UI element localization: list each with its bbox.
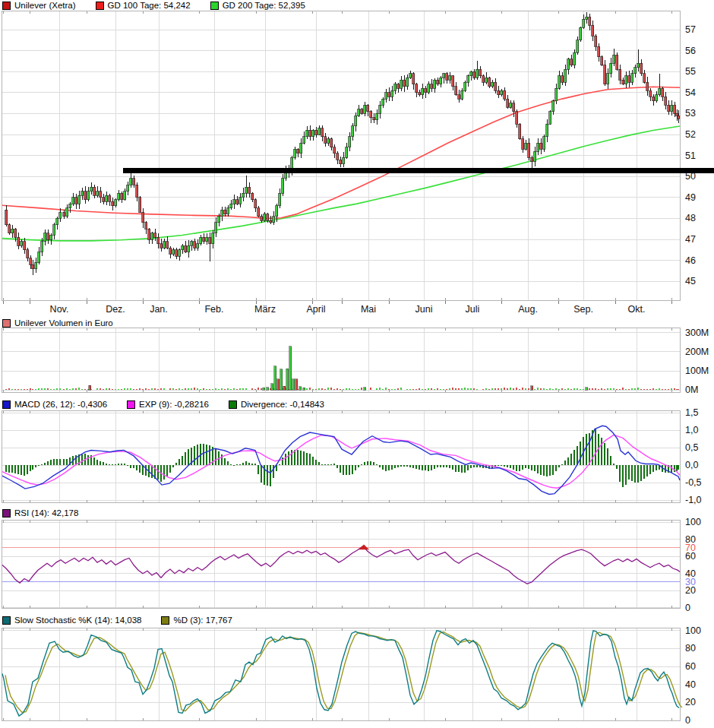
divergence-bar [315, 460, 317, 466]
candle [8, 225, 11, 233]
legend-item-gd200: GD 200 Tage: 52,395 [210, 1, 305, 11]
volume-bar [224, 389, 226, 390]
volume-bar [595, 388, 596, 390]
candle [324, 137, 327, 143]
divergence-bar [652, 465, 654, 471]
legend-item-rsi: RSI (14): 42,178 [2, 508, 78, 518]
volume-bar [178, 388, 180, 390]
candle [103, 198, 105, 202]
volume-bar [59, 388, 61, 390]
candle [458, 95, 460, 100]
divergence-bar [628, 465, 630, 480]
divergence-bar [549, 465, 551, 476]
volume-bar [75, 388, 77, 390]
legend-swatch [2, 400, 11, 409]
volume-bar [96, 388, 98, 390]
candle [583, 19, 585, 27]
candle [127, 185, 129, 191]
volume-bar [318, 388, 320, 390]
divergence-bar [81, 454, 83, 466]
divergence-bar [558, 465, 560, 467]
candle [200, 237, 202, 243]
candle [352, 126, 354, 137]
divergence-bar [30, 465, 31, 471]
candle [309, 130, 311, 136]
candle [513, 103, 515, 112]
volume-bar [63, 389, 65, 391]
volume-bar [209, 389, 210, 390]
divergence-bar [361, 464, 362, 465]
volume-bar [194, 388, 195, 390]
candle [115, 200, 117, 206]
volume-bar [327, 388, 329, 390]
divergence-bar [604, 443, 605, 466]
volume-bar [172, 388, 174, 391]
stochastic-legend: Slow Stochastic %K (14): 14,038 %D (3): … [2, 616, 252, 625]
candle [485, 78, 488, 82]
volume-bar [315, 389, 317, 390]
divergence-bar [409, 465, 411, 467]
candle [84, 191, 87, 200]
y-axis-label: 0 [685, 603, 690, 613]
volume-bar [175, 389, 177, 390]
divergence-bar [610, 456, 611, 465]
candle [163, 242, 166, 248]
candle [525, 143, 527, 149]
candle [312, 130, 314, 136]
candle [245, 187, 248, 193]
volume-bar [233, 388, 235, 390]
y-axis-label: 45 [685, 276, 696, 286]
divergence-bar [169, 465, 171, 473]
volume-bar [537, 388, 539, 390]
candle [175, 250, 178, 256]
divergence-bar [425, 465, 426, 470]
volume-spike [531, 386, 533, 391]
volume-bar [185, 388, 186, 390]
candle [224, 210, 226, 214]
candle [434, 80, 436, 88]
candle [376, 113, 378, 119]
volume-bar [452, 388, 453, 390]
volume-spike [586, 388, 588, 391]
volume-bar [218, 389, 220, 391]
volume-bar [570, 389, 572, 391]
divergence-bar [11, 465, 13, 473]
candle [69, 204, 71, 208]
divergence-bar [300, 451, 302, 466]
candle [206, 237, 208, 242]
volume-bar [555, 388, 557, 390]
candle [616, 55, 618, 69]
y-axis-label: 100M [685, 366, 709, 376]
volume-bar [206, 389, 207, 390]
divergence-bar [100, 461, 101, 466]
candle [136, 185, 138, 198]
candle [139, 198, 141, 212]
candle [35, 262, 37, 268]
divergence-bar [419, 465, 420, 470]
divergence-bar [261, 465, 262, 483]
divergence-bar [388, 465, 390, 470]
divergence-bar [245, 461, 247, 465]
divergence-bar [431, 465, 432, 470]
volume-bar [628, 389, 630, 390]
volume-bar [21, 389, 22, 391]
candle [93, 187, 96, 195]
divergence-bar [59, 459, 61, 465]
volume-bar [349, 388, 350, 391]
volume-bar [659, 388, 660, 391]
candle [501, 90, 503, 95]
volume-bar [598, 389, 599, 391]
volume-bar [510, 388, 511, 390]
divergence-bar [537, 465, 539, 473]
candle [56, 218, 58, 224]
volume-bar [133, 389, 134, 390]
divergence-bar [136, 465, 137, 470]
volume-bar [343, 389, 344, 390]
candle [634, 68, 637, 74]
volume-bar [358, 389, 359, 390]
candle [665, 97, 667, 105]
candle [668, 105, 670, 111]
volume-bar [656, 389, 657, 391]
divergence-bar [561, 464, 563, 465]
candle [595, 36, 597, 46]
